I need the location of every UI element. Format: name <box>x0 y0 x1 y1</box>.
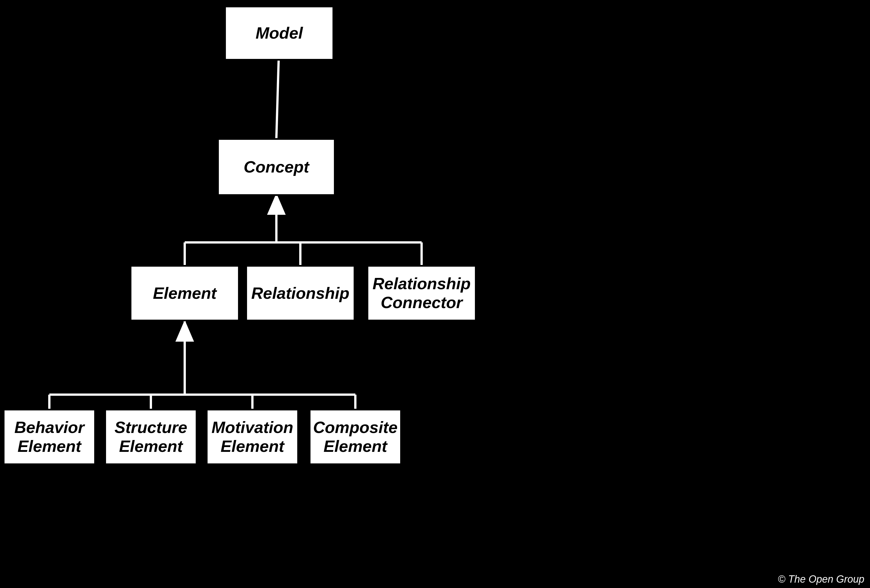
svg-marker-6 <box>268 195 285 214</box>
node-structure-element-label: Structure Element <box>112 415 190 458</box>
node-motivation-element-label: Motivation Element <box>209 415 296 458</box>
copyright-text: © The Open Group <box>778 573 864 585</box>
node-model: Model <box>224 6 334 61</box>
node-structure-element: Structure Element <box>104 409 197 465</box>
node-relationship-label: Relationship <box>249 281 352 305</box>
diagram-container: Model Concept Element Relationship Relat… <box>0 0 870 588</box>
node-composite-element: Composite Element <box>309 409 402 465</box>
node-composite-element-label: Composite Element <box>310 415 401 458</box>
node-behavior-element-label: Behavior Element <box>12 415 87 458</box>
node-concept-label: Concept <box>241 155 312 179</box>
node-relationship-connector: Relationship Connector <box>366 265 477 322</box>
node-concept: Concept <box>217 138 335 196</box>
svg-line-0 <box>276 61 279 138</box>
node-element-label: Element <box>150 281 219 305</box>
node-model-label: Model <box>253 21 306 45</box>
node-relationship-connector-label: Relationship Connector <box>370 271 474 314</box>
node-behavior-element: Behavior Element <box>3 409 96 465</box>
node-motivation-element: Motivation Element <box>206 409 299 465</box>
node-relationship: Relationship <box>245 265 355 322</box>
node-element: Element <box>130 265 240 322</box>
svg-marker-13 <box>176 322 193 341</box>
